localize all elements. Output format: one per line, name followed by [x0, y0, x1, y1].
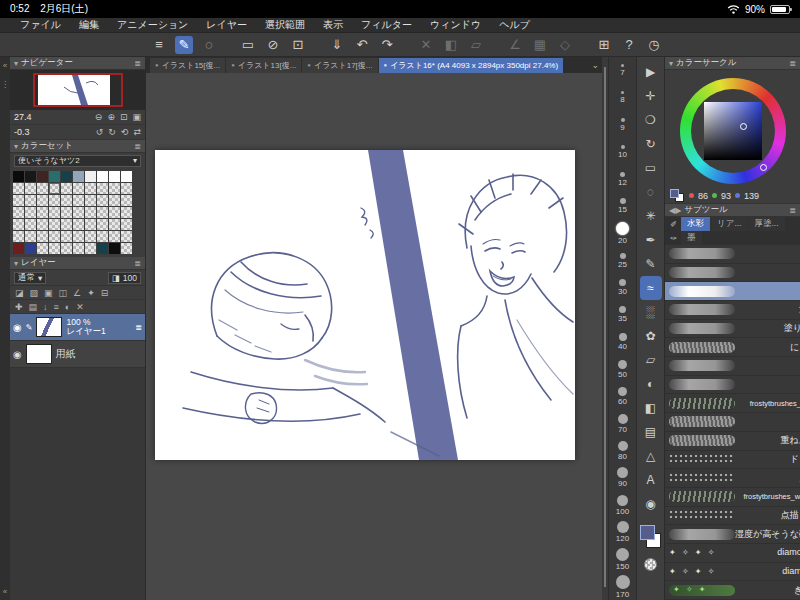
new-layer-icon[interactable]: ✚ [15, 302, 23, 312]
layer-row-layer1[interactable]: ◉ ✎ 100 % レイヤー1 ≣ [10, 314, 145, 341]
brush-size-item[interactable]: 15 [609, 193, 636, 220]
actual-size-icon[interactable]: ▣ [132, 112, 141, 122]
brush-size-item[interactable]: 50 [609, 356, 636, 383]
document-tab[interactable]: ● イラスト16* (A4 4093 x 2894px 350dpi 27.4%… [379, 58, 564, 73]
color-swatch[interactable] [49, 243, 60, 254]
brush-size-item[interactable]: 70 [609, 410, 636, 437]
zoom-in-icon[interactable]: ⊕ [107, 112, 115, 122]
color-swatch[interactable] [97, 243, 108, 254]
brush-size-item[interactable]: 60 [609, 383, 636, 410]
color-swatch[interactable] [85, 171, 96, 182]
hand-tool[interactable]: ❍ [640, 108, 662, 132]
deselect-icon[interactable]: ⊘ [264, 36, 282, 54]
brush-size-item[interactable]: 150 [609, 546, 636, 573]
color-swatch[interactable] [121, 231, 132, 242]
color-swatch[interactable] [61, 207, 72, 218]
color-swatch[interactable] [73, 183, 84, 194]
subtool-brush-item[interactable]: 不透明水彩 [665, 245, 800, 264]
color-chips[interactable] [639, 524, 663, 550]
saturation-value-square[interactable] [704, 102, 762, 160]
capture-icon[interactable]: ⊡ [289, 36, 307, 54]
menu-item[interactable]: 選択範囲 [265, 18, 305, 32]
color-swatch[interactable] [97, 219, 108, 230]
color-swatch[interactable] [73, 243, 84, 254]
selection-tool[interactable]: ▭ [640, 156, 662, 180]
color-swatch[interactable] [61, 231, 72, 242]
subtool-brush-item[interactable]: 滑らか水彩 [665, 301, 800, 320]
color-swatch[interactable] [25, 171, 36, 182]
drawing-canvas[interactable] [155, 150, 575, 460]
clear-icon[interactable]: ✕ [417, 36, 435, 54]
menu-item[interactable]: ファイル [20, 18, 61, 32]
subtool-tab[interactable]: リア... [711, 217, 747, 231]
color-swatch[interactable] [73, 171, 84, 182]
snap-ruler-icon[interactable]: ∠ [506, 36, 524, 54]
color-swatch[interactable] [49, 195, 60, 206]
lock-transparent-icon[interactable]: ▨ [30, 288, 39, 298]
figure-tool[interactable]: △ [640, 444, 662, 468]
subtool-tab[interactable]: 水彩 [681, 217, 710, 231]
layers-header[interactable]: ▾ レイヤー ≣ [10, 257, 145, 270]
stylus-mode-icon[interactable]: ✎ [175, 36, 193, 54]
collapse-left-bottom-icon[interactable]: « [3, 587, 7, 596]
brush-size-item[interactable]: 80 [609, 437, 636, 464]
brush-size-item[interactable]: 90 [609, 464, 636, 491]
navigator-preview[interactable] [10, 70, 145, 110]
subtool-brush-item[interactable]: 点描網モヤ [665, 469, 800, 488]
color-swatch[interactable] [97, 195, 108, 206]
color-swatch[interactable] [25, 183, 36, 194]
color-set-menu-icon[interactable]: ≣ [134, 142, 141, 151]
brush-size-item[interactable]: 30 [609, 274, 636, 301]
color-swatch[interactable] [109, 171, 120, 182]
color-swatch[interactable] [109, 231, 120, 242]
two-pane-icon[interactable]: ⊟ [101, 288, 109, 298]
menu-item[interactable]: 編集 [79, 18, 99, 32]
color-swatch[interactable] [25, 207, 36, 218]
color-swatch[interactable] [25, 195, 36, 206]
auto-select-tool[interactable]: ✳ [640, 204, 662, 228]
navigator-header[interactable]: ▾ ナビゲーター ≣ [10, 57, 145, 70]
color-swatch[interactable] [61, 171, 72, 182]
color-swatch[interactable] [121, 243, 132, 254]
subtool-header[interactable]: ◀ ▶ サブツール ≣ [665, 204, 800, 217]
color-swatch[interactable] [13, 183, 24, 194]
color-swatch[interactable] [109, 243, 120, 254]
subtool-brush-item[interactable]: ドット網モヤ [665, 451, 800, 470]
color-swatch[interactable] [85, 207, 96, 218]
grid-view-icon[interactable]: ⊞ [595, 36, 613, 54]
color-swatch[interactable] [37, 195, 48, 206]
rail-handle-icon[interactable]: ⋮ [1, 80, 9, 89]
airbrush-tool[interactable]: ░ [640, 300, 662, 324]
color-swatch[interactable] [73, 195, 84, 206]
color-swatch[interactable] [85, 195, 96, 206]
color-swatch[interactable] [97, 183, 108, 194]
color-swatch[interactable] [85, 183, 96, 194]
fill-icon[interactable]: ◧ [442, 36, 460, 54]
new-folder-icon[interactable]: ▤ [29, 302, 38, 312]
touch-mode-icon[interactable]: ◌ [200, 36, 218, 54]
reset-view-icon[interactable]: ⟲ [121, 127, 129, 137]
document-tab[interactable]: ● イラスト15[復... [150, 58, 225, 73]
blend-tool[interactable]: ◐ [640, 372, 662, 396]
color-swatch[interactable] [73, 207, 84, 218]
color-swatch[interactable] [13, 219, 24, 230]
rotate-view-tool[interactable]: ↻ [640, 132, 662, 156]
enable-mask-icon[interactable]: ◫ [59, 288, 68, 298]
color-swatch[interactable] [61, 243, 72, 254]
color-swatch[interactable] [25, 219, 36, 230]
rotate-cw-icon[interactable]: ↻ [108, 127, 116, 137]
color-wheel-collapse-icon[interactable]: ▾ [669, 59, 673, 68]
scrollbar-thumb[interactable] [604, 67, 606, 587]
reference-layer-icon[interactable]: ✦ [87, 288, 95, 298]
navigator-menu-icon[interactable]: ≣ [134, 59, 141, 68]
color-swatch[interactable] [121, 195, 132, 206]
process-time-icon[interactable]: ◷ [645, 36, 663, 54]
color-set-preset-dropdown[interactable]: 使いそうなヤツ2 ▾ [14, 155, 141, 167]
color-swatch[interactable] [109, 219, 120, 230]
brush-size-item[interactable]: 7 [609, 57, 636, 84]
layer-opacity-control[interactable]: ◨ 100 [108, 272, 141, 284]
subtool-brush-item[interactable]: 水彩毛筆 [665, 357, 800, 376]
color-wheel-menu-icon[interactable]: ≣ [789, 59, 796, 68]
help-icon[interactable]: ? [620, 36, 638, 54]
color-swatch[interactable] [61, 195, 72, 206]
